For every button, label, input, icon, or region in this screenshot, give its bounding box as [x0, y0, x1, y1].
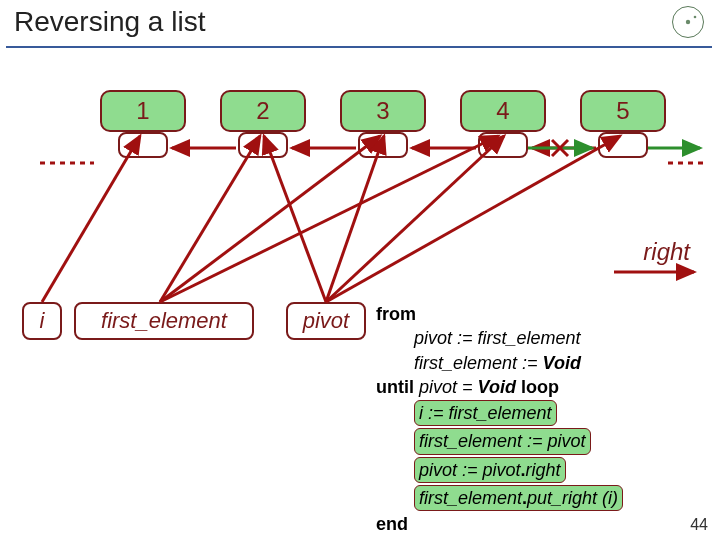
- code-h1: i := first_element: [414, 400, 557, 426]
- code-h3a: pivot := pivot: [419, 460, 521, 480]
- slide: Reversing a list 1 2 3 4 5 right i first…: [0, 0, 720, 540]
- var-pivot: pivot: [286, 302, 366, 340]
- code-l2a: first_element :=: [414, 353, 543, 373]
- code-kw-end: end: [376, 514, 408, 534]
- var-first-element: first_element: [74, 302, 254, 340]
- code-h4c: put_right (i): [527, 488, 618, 508]
- ptr-slot-3: [358, 132, 408, 158]
- page-title: Reversing a list: [14, 6, 205, 38]
- list-node-1: 1: [100, 90, 186, 132]
- logo-icon: [672, 6, 704, 38]
- code-block: from pivot := first_element first_elemen…: [376, 302, 706, 537]
- code-h2: first_element := pivot: [414, 428, 591, 454]
- list-node-2: 2: [220, 90, 306, 132]
- code-kw-from: from: [376, 304, 416, 324]
- list-node-3: 3: [340, 90, 426, 132]
- code-cond-b: Void: [478, 377, 516, 397]
- svg-point-1: [694, 16, 697, 19]
- title-rule: [6, 46, 712, 48]
- ptr-slot-2: [238, 132, 288, 158]
- svg-point-0: [686, 20, 690, 24]
- ptr-slot-4: [478, 132, 528, 158]
- page-number: 44: [690, 516, 708, 534]
- list-node-5: 5: [580, 90, 666, 132]
- list-diagram: 1 2 3 4 5: [0, 70, 720, 270]
- var-i: i: [22, 302, 62, 340]
- ptr-slot-1: [118, 132, 168, 158]
- code-kw-until: until: [376, 377, 414, 397]
- list-node-4: 4: [460, 90, 546, 132]
- code-cond-a: pivot =: [414, 377, 478, 397]
- ptr-slot-5: [598, 132, 648, 158]
- right-label: right: [643, 238, 690, 266]
- code-l2b: Void: [543, 353, 581, 373]
- code-kw-loop: loop: [516, 377, 559, 397]
- code-h3c: right: [526, 460, 561, 480]
- code-l1: pivot := first_element: [414, 328, 581, 348]
- code-h4a: first_element: [419, 488, 522, 508]
